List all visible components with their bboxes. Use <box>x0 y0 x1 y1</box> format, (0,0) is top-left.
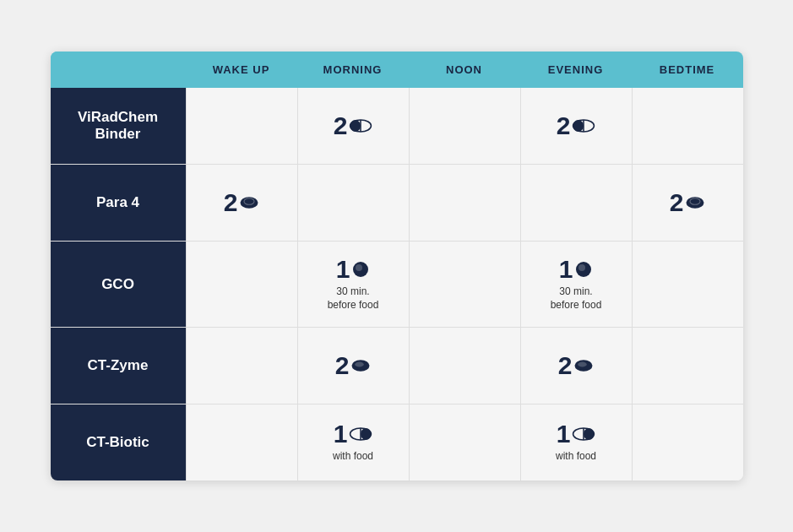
dose-display: 2 <box>670 190 706 215</box>
header-noon: NOON <box>409 52 520 88</box>
svg-point-17 <box>578 362 588 367</box>
dose-display: 1 <box>559 257 594 282</box>
cell-gco-wakeup <box>186 242 297 327</box>
cell-gco-bedtime <box>632 242 743 327</box>
cell-viradchem-wakeup <box>186 88 297 164</box>
dose-number: 2 <box>558 353 573 378</box>
capsule2-icon <box>572 426 595 442</box>
softgel-icon <box>573 358 594 373</box>
softgel-icon <box>685 195 705 210</box>
svg-point-23 <box>584 428 594 440</box>
dose-note: 30 min.before food <box>328 285 379 312</box>
cell-ctzyme-wakeup <box>186 328 297 404</box>
dose-number: 2 <box>334 113 348 138</box>
table-header: WAKE UP MORNING NOON EVENING BEDTIME <box>51 52 743 88</box>
row-label-ctzyme: CT-Zyme <box>51 328 186 404</box>
cell-ctzyme-bedtime <box>632 328 743 404</box>
cell-viradchem-evening: 2 <box>520 88 632 164</box>
softgel-icon <box>350 358 371 373</box>
cell-gco-noon <box>409 242 520 327</box>
capsule-icon <box>572 118 595 133</box>
cell-ctbiotic-wakeup <box>186 404 297 480</box>
capsule-icon <box>349 118 372 133</box>
dose-number: 1 <box>334 421 348 447</box>
dose-display: 2 <box>224 190 260 215</box>
header-empty <box>51 52 186 88</box>
dose-number: 2 <box>557 113 571 138</box>
row-label-para4: Para 4 <box>51 165 186 241</box>
row-label-ctbiotic: CT-Biotic <box>51 404 186 480</box>
header-wakeup: WAKE UP <box>186 52 297 88</box>
cell-ctbiotic-noon <box>409 404 520 480</box>
cell-ctbiotic-morning: 1 with food <box>297 404 409 480</box>
dose-number: 1 <box>559 257 573 282</box>
header-evening: EVENING <box>520 52 632 88</box>
dose-display: 2 <box>335 353 372 378</box>
header-morning: MORNING <box>297 52 409 88</box>
table-body: ViRadChemBinder 2 2 <box>51 88 743 480</box>
dose-note: 30 min.before food <box>551 285 602 312</box>
svg-point-20 <box>361 428 371 440</box>
cell-para4-bedtime: 2 <box>632 165 743 241</box>
dose-number: 2 <box>335 353 350 378</box>
cell-ctzyme-noon <box>409 328 520 404</box>
table-row: CT-Zyme 2 2 <box>51 328 743 404</box>
table-row: ViRadChemBinder 2 2 <box>51 88 743 165</box>
header-bedtime: BEDTIME <box>632 52 743 88</box>
cell-gco-evening: 1 30 min.before food <box>520 242 632 327</box>
medication-schedule-table: WAKE UP MORNING NOON EVENING BEDTIME ViR… <box>51 52 743 480</box>
softgel-icon <box>239 195 259 210</box>
dose-display: 1 <box>334 421 373 447</box>
dose-display: 1 <box>336 257 371 282</box>
cell-para4-evening <box>520 165 632 241</box>
cell-para4-wakeup: 2 <box>186 165 297 241</box>
cell-viradchem-noon <box>409 88 520 164</box>
cell-ctbiotic-evening: 1 with food <box>520 404 632 480</box>
cell-ctbiotic-bedtime <box>632 404 743 480</box>
dose-display: 2 <box>558 353 595 378</box>
cell-para4-noon <box>409 165 520 241</box>
dose-display: 2 <box>557 113 596 138</box>
svg-point-13 <box>578 264 585 271</box>
row-label-gco: GCO <box>51 242 186 327</box>
round-pill-icon <box>574 260 593 279</box>
cell-para4-morning <box>297 165 409 241</box>
cell-ctzyme-evening: 2 <box>520 328 632 404</box>
svg-point-15 <box>356 362 365 367</box>
dose-number: 1 <box>557 421 571 447</box>
dose-number: 2 <box>224 190 238 215</box>
cell-gco-morning: 1 30 min.before food <box>297 242 409 327</box>
cell-viradchem-morning: 2 <box>297 88 409 164</box>
dose-note: with food <box>556 450 596 464</box>
round-pill-icon <box>351 260 370 279</box>
cell-ctzyme-morning: 2 <box>297 328 409 404</box>
capsule2-icon <box>349 426 372 442</box>
svg-point-5 <box>573 120 584 132</box>
table-row: GCO 1 30 min.before food 1 <box>51 242 743 328</box>
table-row: CT-Biotic 1 with food 1 <box>51 404 743 480</box>
dose-number: 1 <box>336 257 350 282</box>
table-row: Para 4 2 2 <box>51 165 743 242</box>
cell-viradchem-bedtime <box>632 88 743 164</box>
row-label-viradchem: ViRadChemBinder <box>51 88 186 164</box>
dose-display: 2 <box>334 113 373 138</box>
dose-note: with food <box>333 450 373 464</box>
dose-number: 2 <box>670 190 684 215</box>
svg-point-2 <box>350 120 361 132</box>
dose-display: 1 <box>557 421 596 447</box>
svg-point-11 <box>356 264 362 271</box>
